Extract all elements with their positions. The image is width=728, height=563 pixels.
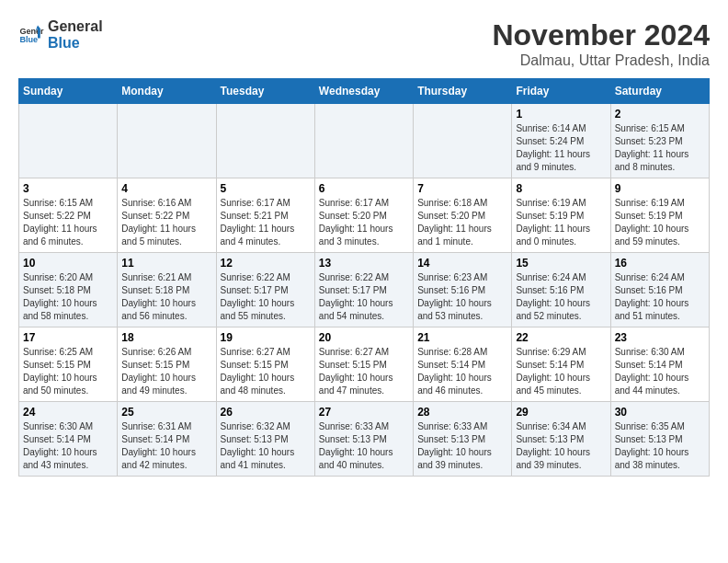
day-number: 13 <box>319 257 409 270</box>
day-number: 3 <box>23 182 113 195</box>
calendar-week-row: 10Sunrise: 6:20 AM Sunset: 5:18 PM Dayli… <box>19 253 710 327</box>
day-number: 11 <box>121 257 211 270</box>
title-area: November 2024 Dalmau, Uttar Pradesh, Ind… <box>492 18 710 69</box>
day-number: 26 <box>221 406 311 419</box>
calendar-cell <box>414 104 512 178</box>
day-info: Sunrise: 6:30 AM Sunset: 5:14 PM Dayligh… <box>615 346 705 397</box>
day-info: Sunrise: 6:22 AM Sunset: 5:17 PM Dayligh… <box>319 271 409 323</box>
day-number: 1 <box>516 108 606 121</box>
calendar-cell: 7Sunrise: 6:18 AM Sunset: 5:20 PM Daylig… <box>414 178 512 253</box>
day-number: 7 <box>417 182 507 195</box>
weekday-header: Monday <box>118 79 216 104</box>
calendar-cell: 2Sunrise: 6:15 AM Sunset: 5:23 PM Daylig… <box>610 104 709 178</box>
calendar-cell <box>216 104 314 178</box>
day-number: 30 <box>615 406 705 419</box>
day-number: 27 <box>319 406 409 419</box>
calendar-cell: 11Sunrise: 6:21 AM Sunset: 5:18 PM Dayli… <box>118 253 216 327</box>
page-header: General Blue General Blue November 2024 … <box>18 18 710 69</box>
weekday-header: Tuesday <box>216 79 314 104</box>
calendar-cell: 23Sunrise: 6:30 AM Sunset: 5:14 PM Dayli… <box>610 327 709 402</box>
calendar-cell: 14Sunrise: 6:23 AM Sunset: 5:16 PM Dayli… <box>414 253 512 327</box>
calendar-cell: 21Sunrise: 6:28 AM Sunset: 5:14 PM Dayli… <box>414 327 512 402</box>
day-info: Sunrise: 6:33 AM Sunset: 5:13 PM Dayligh… <box>417 420 507 472</box>
day-info: Sunrise: 6:14 AM Sunset: 5:24 PM Dayligh… <box>516 122 606 174</box>
day-info: Sunrise: 6:27 AM Sunset: 5:15 PM Dayligh… <box>319 346 409 397</box>
day-number: 21 <box>417 331 507 344</box>
calendar-cell: 24Sunrise: 6:30 AM Sunset: 5:14 PM Dayli… <box>19 402 118 477</box>
day-info: Sunrise: 6:25 AM Sunset: 5:15 PM Dayligh… <box>23 346 113 397</box>
calendar-cell: 16Sunrise: 6:24 AM Sunset: 5:16 PM Dayli… <box>610 253 709 327</box>
day-info: Sunrise: 6:30 AM Sunset: 5:14 PM Dayligh… <box>23 420 113 472</box>
calendar-cell: 8Sunrise: 6:19 AM Sunset: 5:19 PM Daylig… <box>512 178 610 253</box>
day-info: Sunrise: 6:23 AM Sunset: 5:16 PM Dayligh… <box>417 271 507 323</box>
calendar-cell: 29Sunrise: 6:34 AM Sunset: 5:13 PM Dayli… <box>512 402 610 477</box>
day-info: Sunrise: 6:28 AM Sunset: 5:14 PM Dayligh… <box>417 346 507 397</box>
day-info: Sunrise: 6:17 AM Sunset: 5:20 PM Dayligh… <box>319 197 409 248</box>
weekday-header: Saturday <box>610 79 709 104</box>
day-number: 14 <box>417 257 507 270</box>
day-number: 9 <box>615 182 705 195</box>
calendar-header-row: SundayMondayTuesdayWednesdayThursdayFrid… <box>19 79 710 104</box>
day-info: Sunrise: 6:17 AM Sunset: 5:21 PM Dayligh… <box>221 197 311 248</box>
day-number: 25 <box>121 406 211 419</box>
day-info: Sunrise: 6:26 AM Sunset: 5:15 PM Dayligh… <box>121 346 211 397</box>
calendar-cell: 6Sunrise: 6:17 AM Sunset: 5:20 PM Daylig… <box>314 178 413 253</box>
svg-text:General: General <box>19 27 44 36</box>
calendar-cell: 15Sunrise: 6:24 AM Sunset: 5:16 PM Dayli… <box>512 253 610 327</box>
calendar-cell: 25Sunrise: 6:31 AM Sunset: 5:14 PM Dayli… <box>118 402 216 477</box>
calendar-cell <box>118 104 216 178</box>
day-number: 20 <box>319 331 409 344</box>
calendar-cell: 4Sunrise: 6:16 AM Sunset: 5:22 PM Daylig… <box>118 178 216 253</box>
calendar-cell: 28Sunrise: 6:33 AM Sunset: 5:13 PM Dayli… <box>414 402 512 477</box>
day-number: 2 <box>615 108 705 121</box>
calendar-cell: 19Sunrise: 6:27 AM Sunset: 5:15 PM Dayli… <box>216 327 314 402</box>
calendar-cell: 22Sunrise: 6:29 AM Sunset: 5:14 PM Dayli… <box>512 327 610 402</box>
logo-line1: General <box>48 18 103 35</box>
calendar-cell: 10Sunrise: 6:20 AM Sunset: 5:18 PM Dayli… <box>19 253 118 327</box>
day-info: Sunrise: 6:18 AM Sunset: 5:20 PM Dayligh… <box>417 197 507 248</box>
calendar-week-row: 17Sunrise: 6:25 AM Sunset: 5:15 PM Dayli… <box>19 327 710 402</box>
day-number: 24 <box>23 406 113 419</box>
day-info: Sunrise: 6:33 AM Sunset: 5:13 PM Dayligh… <box>319 420 409 472</box>
day-number: 29 <box>516 406 606 419</box>
day-number: 4 <box>121 182 211 195</box>
day-number: 19 <box>221 331 311 344</box>
calendar-cell: 18Sunrise: 6:26 AM Sunset: 5:15 PM Dayli… <box>118 327 216 402</box>
logo-line2: Blue <box>48 35 103 52</box>
logo: General Blue General Blue <box>18 18 103 52</box>
day-number: 28 <box>417 406 507 419</box>
day-info: Sunrise: 6:19 AM Sunset: 5:19 PM Dayligh… <box>615 197 705 248</box>
day-info: Sunrise: 6:29 AM Sunset: 5:14 PM Dayligh… <box>516 346 606 397</box>
day-number: 8 <box>516 182 606 195</box>
month-title: November 2024 <box>492 18 710 52</box>
day-number: 17 <box>23 331 113 344</box>
logo-icon: General Blue <box>18 22 44 48</box>
day-info: Sunrise: 6:32 AM Sunset: 5:13 PM Dayligh… <box>221 420 311 472</box>
day-number: 16 <box>615 257 705 270</box>
day-info: Sunrise: 6:20 AM Sunset: 5:18 PM Dayligh… <box>23 271 113 323</box>
day-info: Sunrise: 6:24 AM Sunset: 5:16 PM Dayligh… <box>615 271 705 323</box>
weekday-header: Wednesday <box>314 79 413 104</box>
calendar-cell: 3Sunrise: 6:15 AM Sunset: 5:22 PM Daylig… <box>19 178 118 253</box>
calendar-cell: 9Sunrise: 6:19 AM Sunset: 5:19 PM Daylig… <box>610 178 709 253</box>
calendar-week-row: 3Sunrise: 6:15 AM Sunset: 5:22 PM Daylig… <box>19 178 710 253</box>
svg-text:Blue: Blue <box>19 35 38 44</box>
day-number: 12 <box>221 257 311 270</box>
calendar-cell <box>19 104 118 178</box>
day-number: 6 <box>319 182 409 195</box>
day-number: 5 <box>221 182 311 195</box>
day-info: Sunrise: 6:16 AM Sunset: 5:22 PM Dayligh… <box>121 197 211 248</box>
day-info: Sunrise: 6:35 AM Sunset: 5:13 PM Dayligh… <box>615 420 705 472</box>
calendar-table: SundayMondayTuesdayWednesdayThursdayFrid… <box>18 78 710 477</box>
weekday-header: Thursday <box>414 79 512 104</box>
calendar-week-row: 24Sunrise: 6:30 AM Sunset: 5:14 PM Dayli… <box>19 402 710 477</box>
calendar-cell: 12Sunrise: 6:22 AM Sunset: 5:17 PM Dayli… <box>216 253 314 327</box>
calendar-cell: 17Sunrise: 6:25 AM Sunset: 5:15 PM Dayli… <box>19 327 118 402</box>
day-info: Sunrise: 6:21 AM Sunset: 5:18 PM Dayligh… <box>121 271 211 323</box>
location-subtitle: Dalmau, Uttar Pradesh, India <box>492 52 710 69</box>
weekday-header: Friday <box>512 79 610 104</box>
day-number: 18 <box>121 331 211 344</box>
calendar-cell: 27Sunrise: 6:33 AM Sunset: 5:13 PM Dayli… <box>314 402 413 477</box>
day-info: Sunrise: 6:31 AM Sunset: 5:14 PM Dayligh… <box>121 420 211 472</box>
day-number: 23 <box>615 331 705 344</box>
